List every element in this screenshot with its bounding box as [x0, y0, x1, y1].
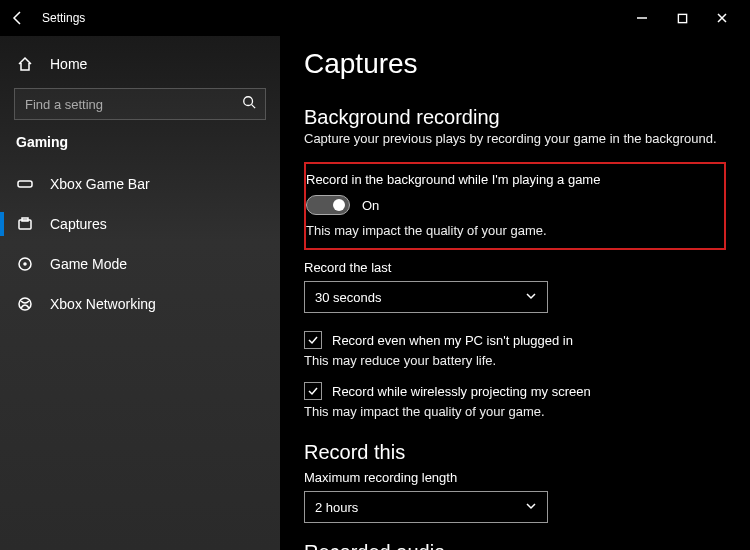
window-title: Settings — [42, 11, 85, 25]
record-last-select[interactable]: 30 seconds — [304, 281, 548, 313]
sidebar-item-label: Xbox Networking — [50, 296, 156, 312]
check-label: Record while wirelessly projecting my sc… — [332, 384, 591, 399]
check-label: Record even when my PC isn't plugged in — [332, 333, 573, 348]
titlebar: Settings — [0, 0, 750, 36]
close-button[interactable] — [702, 0, 742, 36]
sidebar-item-game-mode[interactable]: Game Mode — [0, 244, 280, 284]
check-note: This may reduce your battery life. — [304, 353, 726, 368]
search-icon — [242, 95, 256, 113]
maximize-button[interactable] — [662, 0, 702, 36]
sidebar-item-xbox-networking[interactable]: Xbox Networking — [0, 284, 280, 324]
sidebar-home[interactable]: Home — [0, 44, 280, 84]
chevron-down-icon — [525, 500, 537, 515]
sidebar-category: Gaming — [0, 134, 280, 164]
check-note: This may impact the quality of your game… — [304, 404, 726, 419]
select-value: 2 hours — [315, 500, 358, 515]
max-length-label: Maximum recording length — [304, 470, 726, 485]
sidebar-item-label: Xbox Game Bar — [50, 176, 150, 192]
content: Captures Background recording Capture yo… — [280, 36, 750, 550]
svg-point-7 — [19, 298, 31, 310]
section-recorded-audio: Recorded audio — [304, 541, 726, 550]
home-icon — [16, 55, 34, 73]
svg-rect-2 — [18, 181, 32, 187]
record-unplugged-checkbox[interactable] — [304, 331, 322, 349]
sidebar-item-xbox-game-bar[interactable]: Xbox Game Bar — [0, 164, 280, 204]
section-sub: Capture your previous plays by recording… — [304, 131, 726, 146]
max-length-select[interactable]: 2 hours — [304, 491, 548, 523]
captures-icon — [16, 215, 34, 233]
xbox-icon — [16, 295, 34, 313]
chevron-down-icon — [525, 290, 537, 305]
record-bg-note: This may impact the quality of your game… — [306, 223, 714, 238]
highlighted-setting: Record in the background while I'm playi… — [304, 162, 726, 250]
record-bg-label: Record in the background while I'm playi… — [306, 172, 714, 187]
page-title: Captures — [304, 48, 726, 80]
select-value: 30 seconds — [315, 290, 382, 305]
sidebar-item-captures[interactable]: Captures — [0, 204, 280, 244]
minimize-button[interactable] — [622, 0, 662, 36]
record-last-label: Record the last — [304, 260, 726, 275]
svg-rect-0 — [678, 14, 686, 22]
record-bg-toggle[interactable] — [306, 195, 350, 215]
search-input[interactable] — [14, 88, 266, 120]
game-mode-icon — [16, 255, 34, 273]
section-background-recording: Background recording — [304, 106, 726, 129]
svg-point-1 — [244, 97, 253, 106]
svg-point-6 — [24, 263, 26, 265]
toggle-state: On — [362, 198, 379, 213]
game-bar-icon — [16, 175, 34, 193]
record-wireless-checkbox[interactable] — [304, 382, 322, 400]
sidebar: Home Gaming Xbox Game Bar Captures Game … — [0, 36, 280, 550]
sidebar-item-label: Game Mode — [50, 256, 127, 272]
section-record-this: Record this — [304, 441, 726, 464]
sidebar-item-label: Captures — [50, 216, 107, 232]
sidebar-home-label: Home — [50, 56, 87, 72]
back-button[interactable] — [8, 8, 28, 28]
